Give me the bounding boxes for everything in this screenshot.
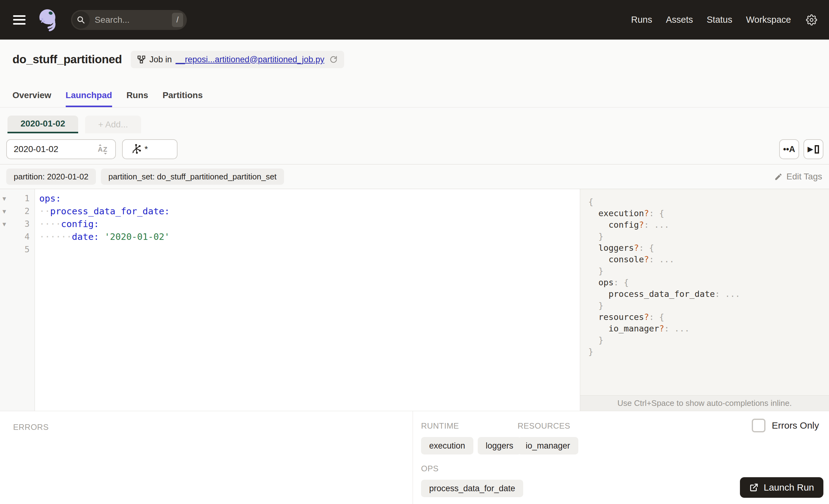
job-origin-badge: Job in __reposi...artitioned@partitioned…: [131, 51, 345, 68]
launch-run-button[interactable]: Launch Run: [740, 477, 823, 498]
config-schema-tree: { execution?: { config?: ... } loggers?:…: [580, 189, 829, 357]
line-number: 3: [9, 219, 35, 229]
editor-gutter: ▼1▼2▼345: [0, 189, 35, 411]
gutter-row: 5: [0, 243, 35, 256]
schema-line: loggers?: {: [588, 242, 829, 254]
editor-code[interactable]: ops:··process_data_for_date:····config:·…: [35, 189, 580, 411]
group-label: RUNTIME: [421, 421, 517, 431]
config-group-ops: OPSprocess_data_for_date: [421, 464, 517, 497]
job-origin-link[interactable]: __reposi...artitioned@partitioned_job.py: [176, 55, 324, 65]
code-line[interactable]: ··process_data_for_date:: [39, 205, 580, 217]
errors-only-label: Errors Only: [772, 420, 819, 431]
errors-label: ERRORS: [13, 422, 48, 432]
page-header: do_stuff_partitioned Job in __reposi...a…: [0, 40, 829, 107]
top-nav-links: RunsAssetsStatusWorkspace: [631, 15, 791, 25]
launch-icon: [749, 483, 759, 492]
op-selector[interactable]: [122, 139, 178, 159]
svg-text:A: A: [98, 145, 103, 153]
tab-partitions[interactable]: Partitions: [163, 90, 203, 107]
search-placeholder: Search...: [95, 15, 172, 25]
config-chip[interactable]: process_data_for_date: [421, 480, 523, 497]
config-chip[interactable]: execution: [421, 437, 473, 455]
launchpad-controls: 2020-01-02+ Add... A Z: [0, 107, 829, 189]
tab-launchpad[interactable]: Launchpad: [66, 90, 112, 107]
schema-line: console?: ...: [588, 254, 829, 265]
svg-text:Z: Z: [103, 145, 107, 153]
fold-arrow-icon[interactable]: ▼: [0, 220, 9, 227]
line-number: 5: [9, 245, 35, 254]
config-group-resources: RESOURCESio_manager: [517, 421, 578, 455]
schema-line: ops: {: [588, 277, 829, 288]
search-icon: [72, 11, 90, 29]
partition-config-tab-2020-01-02[interactable]: 2020-01-02: [7, 115, 78, 133]
menu-icon[interactable]: [13, 15, 26, 25]
autocomplete-button[interactable]: ••A: [779, 139, 799, 159]
config-group-runtime: RUNTIMEexecutionloggers: [421, 421, 517, 455]
partition-selector-input[interactable]: [14, 144, 97, 154]
launch-run-label: Launch Run: [764, 482, 814, 493]
code-line[interactable]: ····config:: [39, 217, 580, 230]
schema-line: execution?: {: [588, 208, 829, 219]
page-tabs: OverviewLaunchpadRunsPartitions: [0, 90, 829, 107]
partition-selector[interactable]: A Z: [6, 139, 116, 159]
search-input[interactable]: Search... /: [71, 10, 187, 30]
nav-status[interactable]: Status: [707, 15, 732, 25]
schema-line: {: [588, 196, 829, 208]
config-chip[interactable]: loggers: [478, 437, 521, 455]
schema-line: }: [588, 300, 829, 311]
schema-line: }: [588, 230, 829, 242]
fold-arrow-icon[interactable]: ▼: [0, 208, 9, 215]
line-number: 1: [9, 193, 35, 203]
dagster-logo-icon[interactable]: [36, 7, 60, 32]
expand-panel-icon: ▶: [808, 145, 813, 153]
schema-line: }: [588, 265, 829, 277]
launchpad-config-tabs: 2020-01-02+ Add...: [0, 107, 829, 133]
schema-line: process_data_for_date: ...: [588, 288, 829, 300]
pencil-icon: [774, 173, 783, 181]
tab-overview[interactable]: Overview: [12, 90, 51, 107]
nav-runs[interactable]: Runs: [631, 15, 652, 25]
code-line[interactable]: ······date: '2020-01-02': [39, 230, 580, 243]
yaml-config-editor[interactable]: ▼1▼2▼345 ops:··process_data_for_date:···…: [0, 189, 580, 411]
code-line[interactable]: [39, 243, 580, 256]
tag-pill: partition: 2020-01-02: [6, 169, 96, 185]
gutter-row: 4: [0, 230, 35, 243]
group-label: OPS: [421, 464, 517, 473]
gutter-row: ▼1: [0, 192, 35, 205]
toggle-panel-button[interactable]: ▶: [803, 139, 823, 159]
edit-tags-label: Edit Tags: [786, 172, 822, 182]
selector-row: A Z: [0, 133, 829, 165]
line-number: 4: [9, 232, 35, 242]
edit-tags-button[interactable]: Edit Tags: [774, 172, 822, 182]
nav-workspace[interactable]: Workspace: [746, 15, 791, 25]
config-chip[interactable]: io_manager: [517, 437, 578, 455]
reload-icon[interactable]: [329, 55, 338, 64]
schema-line: io_manager?: ...: [588, 323, 829, 334]
schema-line: }: [588, 346, 829, 357]
errors-only-toggle[interactable]: Errors Only: [752, 419, 819, 432]
bottom-panel: ERRORS RUNTIMEexecutionloggersRESOURCESi…: [0, 411, 829, 504]
autocomplete-icon: ••A: [783, 145, 795, 154]
schema-line: resources?: {: [588, 311, 829, 323]
top-nav-bar: Search... / RunsAssetsStatusWorkspace: [0, 0, 829, 40]
line-number: 2: [9, 206, 35, 216]
config-editor-split: ▼1▼2▼345 ops:··process_data_for_date:···…: [0, 189, 829, 411]
gutter-row: ▼3: [0, 217, 35, 230]
settings-gear-icon[interactable]: [806, 14, 817, 26]
op-selector-input[interactable]: [144, 144, 171, 154]
search-shortcut-badge: /: [172, 13, 183, 27]
schema-line: config?: ...: [588, 219, 829, 230]
config-schema-panel: { execution?: { config?: ... } loggers?:…: [580, 189, 829, 411]
group-label: RESOURCES: [517, 421, 578, 431]
autocomplete-hint: Use Ctrl+Space to show auto-completions …: [580, 395, 829, 411]
errors-only-checkbox[interactable]: [752, 419, 765, 432]
nav-assets[interactable]: Assets: [666, 15, 693, 25]
tab-runs[interactable]: Runs: [127, 90, 148, 107]
add-config-tab[interactable]: + Add...: [85, 115, 141, 133]
sort-az-icon: A Z: [97, 143, 110, 156]
fold-arrow-icon[interactable]: ▼: [0, 195, 9, 202]
run-config-summary: RUNTIMEexecutionloggersRESOURCESio_manag…: [413, 411, 578, 504]
code-line[interactable]: ops:: [39, 192, 580, 205]
tags-row: partition: 2020-01-02partition_set: do_s…: [0, 165, 829, 189]
job-badge-prefix: Job in: [149, 55, 172, 65]
